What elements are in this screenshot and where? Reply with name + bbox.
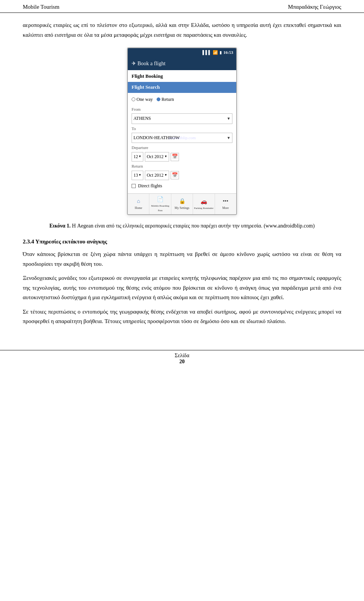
form-body: One way Return From ATHENS ▼ To [128,94,236,194]
book-a-flight-header: ✈ Book a flight [128,57,236,70]
footer-number: 20 [0,359,364,365]
header-left: Mobile Tourism [23,4,60,10]
nav-boarding-label: Mobile Boarding Pass [150,204,170,212]
figure-caption: Εικόνα 1. Η Aegean είναι από τις ελληνικ… [23,222,341,230]
return-label: Return [162,96,174,103]
nav-settings-label: My Settings [175,206,190,211]
page-footer: Σελίδα 20 [0,350,364,370]
return-date-row: 13 ▼ Oct 2012 ▼ 📅 [132,171,232,180]
return-day-box[interactable]: 13 ▼ [132,171,143,180]
departure-month-arrow: ▼ [164,154,167,159]
page-content: αεροπορικές εταιρίες ως επί το πλείστον … [0,13,364,339]
nav-home-label: Home [135,206,142,211]
from-input[interactable]: ATHENS ▼ [132,113,232,124]
section-heading: 2.3.4 Υπηρεσίες εκτάκτου ανάγκης [23,237,341,246]
flight-booking-title: Flight Booking [128,70,236,82]
nav-home[interactable]: ⌂ Home [128,194,149,214]
header-right: Μπαραδάκης Γεώργιος [288,4,341,10]
direct-flights-label: Direct flights [138,182,162,190]
return-month-box[interactable]: Oct 2012 ▼ [145,171,169,180]
departure-month: Oct 2012 [147,153,163,160]
phone-mockup: ▌▌▌ 📶 ▮ 16:53 ✈ Book a flight Flight Boo… [127,47,237,215]
departure-calendar-icon[interactable]: 📅 [171,153,179,161]
boarding-icon: 📄 [157,195,163,204]
radio-return-circle [157,97,160,101]
radio-one-way[interactable]: One way [132,96,153,103]
from-dropdown-icon: ▼ [227,116,231,122]
to-input-container: LONDON-HEATHROW ▼ androidblip.com [132,133,232,143]
direct-flights-row[interactable]: Direct flights [132,181,232,191]
intro-paragraph: αεροπορικές εταιρίες ως επί το πλείστον … [23,20,341,40]
figure-caption-bold: Εικόνα 1. [49,223,71,229]
nav-parking[interactable]: 🚗 Parking Reminder [193,194,215,214]
bottom-nav: ⌂ Home 📄 Mobile Boarding Pass 🔒 My Setti… [128,193,236,214]
more-icon: ••• [223,197,228,206]
radio-return[interactable]: Return [157,96,174,103]
departure-day-arrow: ▼ [138,154,141,159]
paragraph-2: Ξενοδοχειακές μονάδες του εξωτερικού σε … [23,273,341,303]
home-icon: ⌂ [137,197,140,206]
radio-one-way-circle [132,97,135,101]
page-header: Mobile Tourism Μπαραδάκης Γεώργιος [0,0,364,13]
nav-settings[interactable]: 🔒 My Settings [171,194,193,214]
departure-date-row: 12 ▼ Oct 2012 ▼ 📅 [132,152,232,162]
direct-flights-checkbox[interactable] [132,184,136,188]
status-bar: ▌▌▌ 📶 ▮ 16:53 [128,48,236,57]
nav-more-label: More [222,206,229,211]
parking-icon: 🚗 [201,198,207,206]
from-value: ATHENS [133,115,151,122]
to-label: To [132,126,232,132]
nav-more[interactable]: ••• More [215,194,236,214]
departure-day: 12 [133,153,138,160]
section-number: 2.3.4 [23,239,34,245]
status-time: 16:53 [223,49,233,56]
book-header-label: Book a flight [138,61,166,66]
return-day: 13 [133,172,138,179]
return-date-label: Return [132,163,232,170]
from-label: From [132,106,232,113]
return-calendar-icon[interactable]: 📅 [171,171,179,179]
nav-parking-label: Parking Reminder [194,206,213,210]
departure-label: Departure [132,144,232,151]
phone-mockup-container: ▌▌▌ 📶 ▮ 16:53 ✈ Book a flight Flight Boo… [23,47,341,215]
return-month-arrow: ▼ [164,173,167,178]
book-header-icon: ✈ [132,61,136,66]
departure-day-box[interactable]: 12 ▼ [132,152,143,162]
radio-row: One way Return [132,94,232,105]
wifi-icon: 📶 [213,49,218,56]
return-day-arrow: ▼ [138,173,141,178]
return-month: Oct 2012 [147,172,163,179]
to-value: LONDON-HEATHROW [133,134,180,141]
section-title: Υπηρεσίες εκτάκτου ανάγκης [35,239,107,245]
paragraph-3: Σε τέτοιες περιπτώσεις ο εντοπισμός της … [23,307,341,326]
signal-icon: ▌▌▌ [202,49,211,56]
to-dropdown-icon: ▼ [227,135,231,141]
footer-label: Σελίδα [0,353,364,359]
nav-boarding[interactable]: 📄 Mobile Boarding Pass [149,194,171,214]
to-input[interactable]: LONDON-HEATHROW ▼ [132,133,232,143]
settings-icon: 🔒 [179,197,185,206]
battery-icon: ▮ [220,49,222,56]
paragraph-1: Όταν κάποιος βρίσκεται σε ξένη χώρα πάντ… [23,250,341,269]
departure-month-box[interactable]: Oct 2012 ▼ [145,152,169,162]
one-way-label: One way [136,96,153,103]
figure-caption-text: Η Aegean είναι από τις ελληνικές αεροπορ… [71,223,314,229]
flight-search-section: Flight Search [128,82,236,93]
